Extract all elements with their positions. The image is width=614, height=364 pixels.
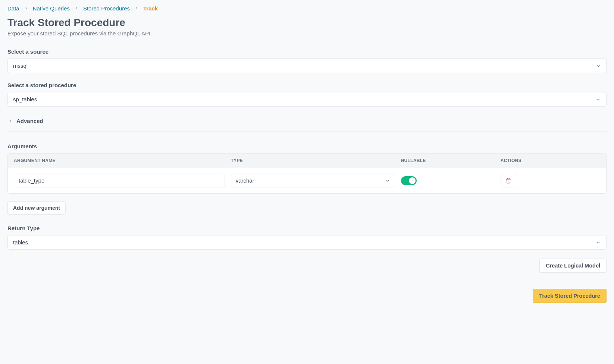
argument-type-value: varchar xyxy=(236,177,254,184)
breadcrumb: Data Native Queries Stored Procedures Tr… xyxy=(7,5,607,12)
argument-name-input[interactable] xyxy=(14,174,225,187)
argument-type-select[interactable]: varchar xyxy=(231,174,395,187)
advanced-label: Advanced xyxy=(16,118,43,124)
arguments-header: ARGUMENT NAME TYPE NULLABLE ACTIONS xyxy=(8,153,606,168)
procedure-select[interactable]: sp_tables xyxy=(7,92,607,107)
header-type: TYPE xyxy=(231,158,401,163)
chevron-right-icon xyxy=(134,5,139,12)
nullable-toggle[interactable] xyxy=(401,176,417,185)
header-nullable: NULLABLE xyxy=(401,158,501,163)
chevron-right-icon xyxy=(74,5,79,12)
header-argument-name: ARGUMENT NAME xyxy=(14,158,231,163)
breadcrumb-native-queries[interactable]: Native Queries xyxy=(33,5,70,12)
page-title: Track Stored Procedure xyxy=(7,17,607,29)
chevron-right-icon xyxy=(8,119,13,123)
chevron-down-icon xyxy=(596,97,601,102)
chevron-right-icon xyxy=(24,5,28,12)
procedure-label: Select a stored procedure xyxy=(7,82,607,88)
header-actions: ACTIONS xyxy=(501,158,600,163)
chevron-down-icon xyxy=(385,178,390,183)
chevron-down-icon xyxy=(596,240,601,245)
page-subtitle: Expose your stored SQL procedures via th… xyxy=(7,30,607,37)
create-logical-model-button[interactable]: Create Logical Model xyxy=(539,259,607,273)
source-select[interactable]: mssql xyxy=(7,58,607,73)
arguments-table: ARGUMENT NAME TYPE NULLABLE ACTIONS varc… xyxy=(7,153,607,194)
breadcrumb-data[interactable]: Data xyxy=(7,5,19,12)
arguments-label: Arguments xyxy=(7,143,607,149)
return-type-value: tables xyxy=(13,239,28,246)
source-value: mssql xyxy=(13,63,28,69)
delete-argument-button[interactable] xyxy=(501,174,516,187)
add-argument-button[interactable]: Add new argument xyxy=(7,201,66,215)
return-type-select[interactable]: tables xyxy=(7,235,607,250)
trash-icon xyxy=(505,178,511,184)
advanced-toggle[interactable]: Advanced xyxy=(7,115,607,132)
breadcrumb-stored-procedures[interactable]: Stored Procedures xyxy=(83,5,130,12)
procedure-value: sp_tables xyxy=(13,96,37,102)
track-stored-procedure-button[interactable]: Track Stored Procedure xyxy=(533,289,607,303)
chevron-down-icon xyxy=(596,63,601,69)
table-row: varchar xyxy=(8,168,606,193)
source-label: Select a source xyxy=(7,48,607,55)
breadcrumb-current: Track xyxy=(143,5,158,12)
return-type-label: Return Type xyxy=(7,225,607,231)
